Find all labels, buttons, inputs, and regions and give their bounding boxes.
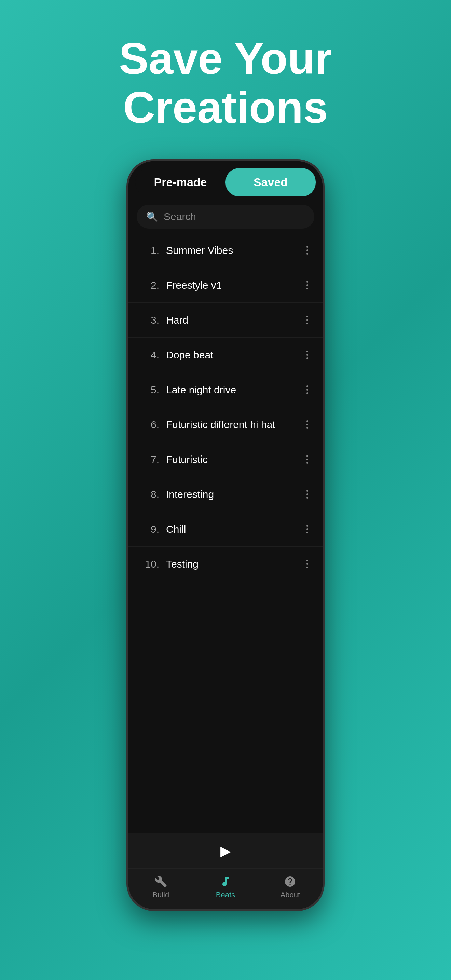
nav-item-beats[interactable]: Beats — [193, 875, 257, 899]
list-item[interactable]: 6. Futuristic different hi hat — [129, 407, 322, 442]
beat-number: 1. — [139, 245, 159, 256]
hero-title-line1: Save Your — [119, 33, 332, 83]
dot — [306, 427, 308, 429]
nav-item-about[interactable]: About — [258, 875, 322, 899]
dot — [306, 528, 308, 530]
more-options-button[interactable] — [302, 557, 312, 571]
dot — [306, 250, 308, 251]
beat-number: 2. — [139, 280, 159, 291]
nav-label-build: Build — [152, 891, 169, 899]
dot — [306, 288, 308, 290]
list-item[interactable]: 10. Testing — [129, 546, 322, 581]
beat-name: Futuristic — [166, 454, 302, 465]
beat-name: Interesting — [166, 488, 302, 500]
more-options-button[interactable] — [302, 487, 312, 501]
dot — [306, 420, 308, 422]
list-item[interactable]: 9. Chill — [129, 512, 322, 546]
beat-list: 1. Summer Vibes 2. Freestyle v1 3. Hard — [129, 233, 322, 833]
nav-label-about: About — [281, 891, 300, 899]
nav-label-beats: Beats — [216, 891, 235, 899]
more-options-button[interactable] — [302, 313, 312, 327]
search-bar[interactable]: 🔍 Search — [137, 205, 314, 229]
beat-number: 9. — [139, 523, 159, 535]
more-options-button[interactable] — [302, 243, 312, 257]
dot — [306, 392, 308, 394]
dot — [306, 455, 308, 457]
dot — [306, 532, 308, 533]
dot — [306, 281, 308, 283]
dot — [306, 319, 308, 321]
list-item[interactable]: 3. Hard — [129, 302, 322, 337]
beat-number: 8. — [139, 488, 159, 500]
list-item[interactable]: 7. Futuristic — [129, 442, 322, 477]
beat-name: Chill — [166, 523, 302, 535]
beat-number: 6. — [139, 419, 159, 431]
hero-title-line2: Creations — [123, 82, 328, 132]
dot — [306, 351, 308, 352]
dot — [306, 389, 308, 391]
more-options-button[interactable] — [302, 383, 312, 397]
beat-name: Hard — [166, 314, 302, 326]
list-item[interactable]: 8. Interesting — [129, 477, 322, 512]
dot — [306, 354, 308, 356]
beat-number: 10. — [139, 558, 159, 570]
beat-name: Summer Vibes — [166, 245, 302, 256]
dot — [306, 497, 308, 498]
music-note-icon — [219, 875, 232, 888]
beat-name: Testing — [166, 558, 302, 570]
beat-name: Futuristic different hi hat — [166, 419, 302, 431]
dot — [306, 462, 308, 464]
dot — [306, 284, 308, 286]
dot — [306, 566, 308, 568]
dot — [306, 424, 308, 425]
more-options-button[interactable] — [302, 278, 312, 292]
beat-name: Dope beat — [166, 349, 302, 361]
bottom-nav: Build Beats About — [129, 868, 322, 909]
beat-number: 7. — [139, 454, 159, 465]
hero-title: Save Your Creations — [98, 34, 353, 132]
search-container: 🔍 Search — [129, 196, 322, 233]
dot — [306, 246, 308, 248]
list-item[interactable]: 4. Dope beat — [129, 337, 322, 372]
dot — [306, 253, 308, 255]
tab-saved[interactable]: Saved — [226, 168, 316, 196]
question-icon — [284, 875, 296, 888]
more-options-button[interactable] — [302, 452, 312, 466]
tab-premade[interactable]: Pre-made — [135, 168, 226, 196]
search-placeholder: Search — [164, 211, 196, 223]
phone-mockup: Pre-made Saved 🔍 Search 1. Summer Vibes … — [126, 159, 325, 911]
more-options-button[interactable] — [302, 522, 312, 536]
dot — [306, 458, 308, 460]
dot — [306, 385, 308, 387]
beat-number: 4. — [139, 349, 159, 361]
dot — [306, 493, 308, 495]
dot — [306, 490, 308, 492]
nav-item-build[interactable]: Build — [129, 875, 193, 899]
dot — [306, 323, 308, 324]
beat-name: Freestyle v1 — [166, 280, 302, 291]
list-item[interactable]: 2. Freestyle v1 — [129, 267, 322, 302]
list-item[interactable]: 1. Summer Vibes — [129, 233, 322, 267]
search-icon: 🔍 — [146, 211, 158, 223]
dot — [306, 560, 308, 562]
beat-number: 3. — [139, 314, 159, 326]
beat-name: Late night drive — [166, 384, 302, 396]
dot — [306, 358, 308, 359]
more-options-button[interactable] — [302, 418, 312, 431]
dot — [306, 563, 308, 565]
list-item[interactable]: 5. Late night drive — [129, 372, 322, 407]
beat-number: 5. — [139, 384, 159, 396]
dot — [306, 316, 308, 317]
wrench-icon — [155, 875, 167, 888]
tab-bar: Pre-made Saved — [129, 161, 322, 196]
dot — [306, 525, 308, 527]
play-button[interactable]: ▶ — [221, 843, 231, 859]
playback-bar: ▶ — [129, 833, 322, 868]
more-options-button[interactable] — [302, 348, 312, 362]
